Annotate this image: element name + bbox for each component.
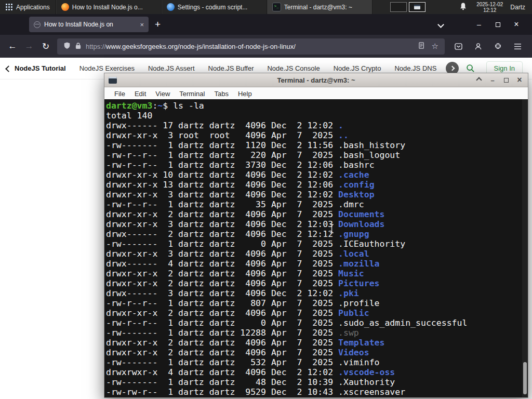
terminal-menu-help[interactable]: Help — [233, 90, 257, 98]
taskbar-button[interactable]: Settings - codium script... — [162, 0, 267, 14]
account-icon[interactable] — [470, 38, 486, 54]
terminal-menubar: FileEditViewTerminalTabsHelp — [104, 87, 528, 100]
shield-icon[interactable] — [63, 42, 71, 51]
workspace-1[interactable] — [390, 2, 407, 12]
terminal-line: drwx------ 4 dartz dartz 4096 Apr 7 2025… — [106, 259, 528, 269]
tab-title: How to Install Node.js on — [44, 21, 135, 28]
text-cursor — [329, 224, 335, 235]
terminal-line: -rw-r--r-- 1 dartz dartz 35 Apr 7 2025 .… — [106, 200, 528, 209]
tab-close-icon[interactable]: × — [139, 21, 144, 29]
taskbar: How to Install Node.js o...Settings - co… — [56, 0, 373, 14]
window-controls: – × — [431, 14, 532, 35]
browser-tab[interactable]: How to Install Node.js on × — [29, 17, 149, 32]
url-text: https://www.geeksforgeeks.org/node-js/in… — [86, 43, 414, 50]
terminal-line: -rw-r--r-- 1 dartz dartz 220 Apr 7 2025 … — [106, 150, 528, 160]
terminal-menu-view[interactable]: View — [151, 90, 175, 98]
pocket-icon[interactable] — [450, 38, 467, 54]
terminal-titlebar[interactable]: Terminal - dartz@vm3: ~ – × — [104, 73, 528, 87]
window-close-button[interactable]: × — [507, 20, 526, 29]
site-nav-item[interactable]: Node.JS DNS — [388, 64, 443, 72]
taskbar-button-label: Settings - codium script... — [178, 4, 248, 11]
nav-scroll-left-icon[interactable] — [6, 64, 11, 73]
terminal-line: -rw-r--r-- 1 dartz dartz 807 Apr 7 2025 … — [106, 298, 528, 308]
terminal-line: drwxr-xr-x 3 dartz dartz 4096 Dec 2 12:0… — [106, 219, 528, 229]
terminal-line: drwxr-xr-x 3 root root 4096 Apr 7 2025 .… — [106, 130, 528, 140]
user-menu[interactable]: Dartz — [507, 0, 532, 14]
terminal-line: -rw------- 1 dartz dartz 48 Dec 2 10:39 … — [106, 377, 528, 387]
terminal-line: drwxr-xr-x 2 dartz dartz 4096 Apr 7 2025… — [106, 348, 528, 357]
site-search-icon[interactable] — [466, 64, 475, 73]
settings-icon — [167, 3, 175, 11]
applications-label: Applications — [16, 4, 50, 11]
site-nav-items: NodeJS TutorialNodeJS ExercisesNode.JS A… — [12, 64, 446, 72]
bookmark-star-icon[interactable]: ☆ — [432, 42, 438, 51]
applications-menu[interactable]: Applications — [0, 0, 56, 14]
terminal-menu-edit[interactable]: Edit — [130, 90, 151, 98]
top-panel: Applications How to Install Node.js o...… — [0, 0, 532, 14]
terminal-line: drwxr-xr-x 3 dartz dartz 4096 Dec 2 12:0… — [106, 190, 528, 200]
terminal-shade-button[interactable] — [476, 78, 482, 82]
site-nav-item[interactable]: Node.JS Console — [260, 64, 326, 72]
clock-time: 12:12 — [483, 7, 496, 13]
terminal-line: -rw------- 1 dartz dartz 532 Apr 7 2025 … — [106, 357, 528, 367]
terminal-line: -rw-r--r-- 1 dartz dartz 3730 Dec 2 12:0… — [106, 160, 528, 170]
site-nav-item[interactable]: Node.JS Assert — [141, 64, 202, 72]
taskbar-button[interactable]: >_Terminal - dartz@vm3: ~ — [267, 0, 373, 14]
terminal-minimize-button[interactable]: – — [489, 76, 496, 84]
desktop: How to Install Node.js on × + – × ← → ↻ — [0, 0, 532, 399]
terminal-line: drwx------ 3 dartz dartz 4096 Dec 2 12:0… — [106, 288, 528, 298]
window-minimize-button[interactable]: – — [470, 20, 488, 29]
terminal-line: -rw------- 1 dartz dartz 12288 Apr 7 202… — [106, 328, 528, 338]
taskbar-button-label: Terminal - dartz@vm3: ~ — [284, 4, 352, 11]
window-maximize-button[interactable] — [488, 20, 507, 29]
terminal-line: drwx------ 2 dartz dartz 4096 Dec 2 12:1… — [106, 229, 528, 239]
back-button[interactable]: ← — [4, 38, 21, 54]
terminal-icon: >_ — [272, 3, 281, 11]
site-nav-item[interactable]: Node.JS Crypto — [327, 64, 388, 72]
site-nav-item[interactable]: Node... — [443, 64, 445, 72]
extensions-icon[interactable] — [489, 38, 506, 54]
terminal-line: -rw------- 1 dartz dartz 1120 Dec 2 11:5… — [106, 140, 528, 150]
clock-date: 2025-12-02 — [476, 2, 503, 7]
terminal-output-lines: dartz@vm3:~$ ls -latotal 140drwx------ 1… — [106, 101, 528, 397]
firefox-nav-bar: ← → ↻ https://www.geeksforgeeks.org/node… — [0, 35, 532, 58]
firefox-icon — [61, 3, 69, 11]
taskbar-button[interactable]: How to Install Node.js o... — [56, 0, 162, 14]
terminal-output[interactable]: dartz@vm3:~$ ls -latotal 140drwx------ 1… — [104, 99, 528, 397]
terminal-menu-tabs[interactable]: Tabs — [209, 90, 233, 98]
lock-icon[interactable] — [75, 42, 81, 51]
clock[interactable]: 2025-12-02 12:12 — [472, 0, 507, 14]
terminal-scrollbar-thumb[interactable] — [523, 362, 527, 394]
menu-hamburger-icon[interactable] — [509, 38, 526, 54]
forward-button[interactable]: → — [21, 38, 37, 54]
notifications-button[interactable] — [454, 0, 472, 14]
terminal-line: drwxr-xr-x 2 dartz dartz 4096 Apr 7 2025… — [106, 338, 528, 348]
site-nav-item[interactable]: NodeJS Exercises — [73, 64, 141, 72]
terminal-menu-terminal[interactable]: Terminal — [175, 90, 209, 98]
new-tab-button[interactable]: + — [155, 19, 161, 30]
url-bar[interactable]: https://www.geeksforgeeks.org/node-js/in… — [57, 38, 445, 55]
terminal-line: drwxr-xr-x 3 dartz dartz 4096 Apr 7 2025… — [106, 249, 528, 259]
reload-button[interactable]: ↻ — [37, 38, 54, 54]
workspace-2[interactable] — [409, 2, 425, 12]
site-nav-item[interactable]: NodeJS Tutorial — [12, 64, 73, 72]
terminal-line: drwxr-xr-x 2 dartz dartz 4096 Apr 7 2025… — [106, 278, 528, 288]
mini-window-icon — [414, 5, 420, 9]
terminal-maximize-button[interactable] — [503, 78, 509, 83]
terminal-close-button[interactable]: × — [516, 75, 523, 85]
applications-icon — [6, 4, 12, 10]
terminal-scrollbar-track[interactable] — [522, 99, 528, 397]
firefox-tab-bar: How to Install Node.js on × + – × — [0, 14, 532, 35]
reader-mode-icon[interactable] — [419, 42, 425, 50]
terminal-menu-file[interactable]: File — [110, 90, 130, 98]
page-favicon-icon — [34, 21, 41, 28]
terminal-line: drwx------ 17 dartz dartz 4096 Dec 2 12:… — [106, 121, 528, 130]
terminal-line: drwxr-xr-x 2 dartz dartz 4096 Apr 7 2025… — [106, 308, 528, 318]
site-nav-item[interactable]: Node.JS Buffer — [202, 64, 261, 72]
terminal-window: Terminal - dartz@vm3: ~ – × FileEditView… — [104, 73, 528, 398]
terminal-line: total 140 — [106, 111, 528, 121]
list-tabs-chevron-icon[interactable] — [431, 20, 450, 29]
terminal-line: drwxr-xr-x 2 dartz dartz 4096 Apr 7 2025… — [106, 209, 528, 219]
workspace-switcher[interactable] — [390, 0, 425, 14]
terminal-line: drwxrwxr-x 4 dartz dartz 4096 Dec 2 12:0… — [106, 367, 528, 377]
